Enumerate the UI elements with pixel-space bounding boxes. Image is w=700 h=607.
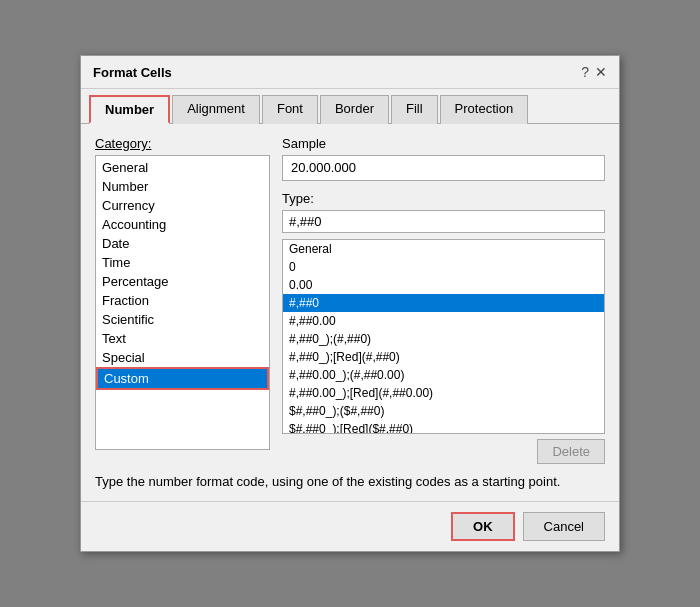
format-cells-dialog: Format Cells ? ✕ Number Alignment Font B… [80, 55, 620, 552]
type-item-hash##0[interactable]: #,##0 [283, 294, 604, 312]
tab-fill[interactable]: Fill [391, 95, 438, 124]
type-item-10[interactable]: $#,##0_);[Red]($#,##0) [283, 420, 604, 434]
delete-row: Delete [282, 439, 605, 464]
category-item-custom[interactable]: Custom [96, 367, 269, 390]
dialog-title: Format Cells [93, 65, 172, 80]
type-item-7[interactable]: #,##0.00_);(#,##0.00) [283, 366, 604, 384]
type-label: Type: [282, 191, 605, 206]
category-item-date[interactable]: Date [96, 234, 269, 253]
delete-button: Delete [537, 439, 605, 464]
category-list[interactable]: General Number Currency Accounting Date … [95, 155, 270, 450]
type-input[interactable] [282, 210, 605, 233]
ok-button[interactable]: OK [451, 512, 515, 541]
close-icon[interactable]: ✕ [595, 64, 607, 80]
title-bar: Format Cells ? ✕ [81, 56, 619, 89]
type-item-5[interactable]: #,##0_);(#,##0) [283, 330, 604, 348]
type-item-9[interactable]: $#,##0_);($#,##0) [283, 402, 604, 420]
dialog-footer: OK Cancel [81, 501, 619, 551]
description-text: Type the number format code, using one o… [95, 474, 605, 489]
category-item-text[interactable]: Text [96, 329, 269, 348]
dialog-body: Category: General Number Currency Accoun… [81, 124, 619, 501]
tab-alignment[interactable]: Alignment [172, 95, 260, 124]
category-label: Category: [95, 136, 270, 151]
sample-value: 20.000.000 [282, 155, 605, 181]
type-item-0.00[interactable]: 0.00 [283, 276, 604, 294]
category-item-percentage[interactable]: Percentage [96, 272, 269, 291]
category-item-number[interactable]: Number [96, 177, 269, 196]
type-item-hash##0.00[interactable]: #,##0.00 [283, 312, 604, 330]
cancel-button[interactable]: Cancel [523, 512, 605, 541]
content-area: Category: General Number Currency Accoun… [95, 136, 605, 464]
right-panel: Sample 20.000.000 Type: General 0 0.00 #… [282, 136, 605, 464]
tab-protection[interactable]: Protection [440, 95, 529, 124]
right-panel-inner: Sample 20.000.000 Type: General 0 0.00 #… [282, 136, 605, 464]
type-item-8[interactable]: #,##0.00_);[Red](#,##0.00) [283, 384, 604, 402]
category-item-special[interactable]: Special [96, 348, 269, 367]
tab-number[interactable]: Number [89, 95, 170, 124]
left-panel: Category: General Number Currency Accoun… [95, 136, 270, 464]
tab-font[interactable]: Font [262, 95, 318, 124]
titlebar-controls: ? ✕ [581, 64, 607, 80]
category-item-time[interactable]: Time [96, 253, 269, 272]
type-item-0[interactable]: 0 [283, 258, 604, 276]
help-icon[interactable]: ? [581, 64, 589, 80]
type-item-general[interactable]: General [283, 240, 604, 258]
tab-bar: Number Alignment Font Border Fill Protec… [81, 89, 619, 124]
type-item-6[interactable]: #,##0_);[Red](#,##0) [283, 348, 604, 366]
category-item-accounting[interactable]: Accounting [96, 215, 269, 234]
sample-label: Sample [282, 136, 605, 151]
type-list[interactable]: General 0 0.00 #,##0 #,##0.00 #,##0_);(#… [282, 239, 605, 434]
tab-border[interactable]: Border [320, 95, 389, 124]
category-item-fraction[interactable]: Fraction [96, 291, 269, 310]
category-item-scientific[interactable]: Scientific [96, 310, 269, 329]
category-item-currency[interactable]: Currency [96, 196, 269, 215]
category-item-general[interactable]: General [96, 158, 269, 177]
